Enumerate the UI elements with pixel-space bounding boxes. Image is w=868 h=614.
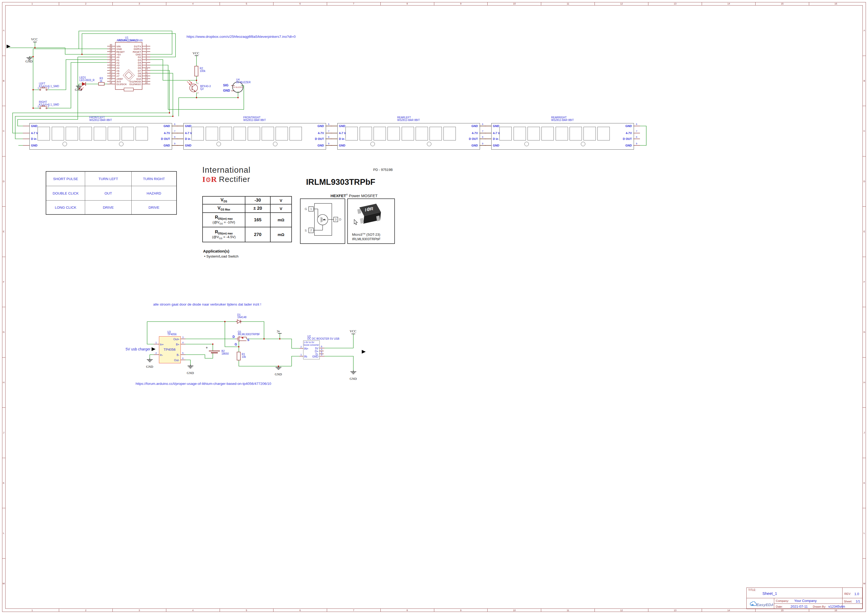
bar-subtitle[interactable]: WS2812-BAR 8BIT [551, 119, 574, 121]
r1-value[interactable]: 10k [242, 355, 246, 358]
usb-charger-label[interactable]: 5V usb charger [126, 347, 151, 351]
mcu-pin-number: 19 [107, 73, 115, 76]
spec-row: RDS(on) max(@VGS = -10V)165mΩ [203, 213, 291, 227]
table-row: DOUBLE CLICKOUTHAZARD [46, 186, 176, 200]
sheet-title[interactable]: Sheet_1 [762, 591, 777, 595]
bar-pin-label: D OUT [302, 137, 324, 140]
table-cell: DRIVE [85, 200, 131, 214]
bar-pin-label: GND [302, 124, 324, 127]
dropbox-link[interactable]: https://www.dropbox.com/s/25hfeozaqg6f8a… [187, 35, 296, 39]
button-right-pin1: 1 [37, 105, 39, 108]
mcu-pin-number: 23 [107, 62, 115, 65]
mounting-hole [370, 142, 375, 146]
r2-value[interactable]: 100k [200, 70, 205, 73]
net-flag-3v[interactable]: 3v [277, 329, 280, 333]
net-flag-vcc-out[interactable]: VCC [350, 329, 356, 333]
q2-phototransistor-symbol [187, 80, 198, 92]
easyeda-schematic-canvas[interactable]: { "urls": { "dropbox": "https://www.drop… [0, 0, 868, 614]
bar-pin-label: GND [185, 144, 191, 147]
bar-pin-label: 4-7V [456, 132, 478, 135]
spec-row: VGS Max± 20V [203, 205, 291, 213]
forum-link[interactable]: https://forum.arduino.cc/t/proper-usage-… [135, 382, 271, 386]
led-cell [79, 127, 92, 140]
bar-subtitle[interactable]: WS2812-BAR 8BIT [397, 119, 420, 121]
mcu-pin-number: 15 [143, 81, 150, 84]
table-row: SHORT PULSETURN LEFTTURN RIGHT [46, 172, 176, 186]
u2-pin-number: 2 [299, 346, 303, 348]
r3-value[interactable]: 1k [100, 79, 103, 82]
table-cell: LONG CLICK [46, 200, 85, 214]
q2-refdes[interactable]: Q2 [200, 87, 204, 90]
bar-pin-number: 7 [480, 130, 485, 133]
resistor-r3 [98, 82, 104, 85]
b2-part[interactable]: 18650 [221, 352, 229, 355]
mcu-pin-number: 11 [143, 71, 150, 73]
company-value[interactable]: Your Company [794, 599, 817, 603]
d1-diode-symbol [237, 320, 241, 323]
bar-pin-label: 4-7V [610, 132, 632, 135]
net-label-gnd[interactable]: GND [223, 89, 230, 92]
bar-pin-label: D in [493, 137, 498, 140]
mcu-pin-name: D12/MISO [117, 83, 141, 85]
mcu-pin-number: 16 [107, 81, 115, 84]
company-label: Company: [776, 599, 789, 602]
mcu-crystal-glyph [124, 88, 134, 91]
net-label-sig[interactable]: SIG [223, 84, 229, 87]
hexfet: HEXFET [330, 194, 346, 198]
buzzer-name[interactable]: 5V BUZZER [236, 81, 250, 84]
net-flag-vcc-2[interactable]: VCC [193, 51, 199, 56]
bar-pin-number: 8 [172, 136, 177, 138]
u3-part[interactable]: TP4056 [167, 333, 177, 336]
bar-subtitle[interactable]: WS2812-BAR 8BIT [89, 119, 112, 121]
bar-pin-label: GND [148, 144, 170, 147]
bar-pin-number: 6 [326, 123, 331, 126]
mounting-hole [216, 142, 221, 146]
bar-subtitle[interactable]: WS2812-BAR 8BIT [243, 119, 266, 121]
bar-pin-label: GND [493, 124, 499, 127]
rev-value[interactable]: 1.0 [854, 592, 859, 596]
mcu-name-2[interactable]: Arduino_Nano_Undo [118, 39, 143, 42]
wire-junction [212, 344, 213, 345]
led-cell [360, 127, 372, 140]
pkg-g-label: G [305, 208, 307, 211]
sheet-value[interactable]: 1/1 [856, 600, 860, 603]
q2-pin1: 1 [197, 82, 198, 85]
buzzer-inner-text: 5V BUZZER [233, 86, 243, 88]
led-cell [248, 127, 260, 140]
led-cell [415, 127, 428, 140]
led-cell [66, 127, 78, 140]
bar-pin-label: 4-7 V [493, 132, 500, 135]
wire-junction [169, 112, 170, 114]
bar-pin-number: 8 [634, 136, 639, 138]
dutch-note[interactable]: alle stroom gaat door de diode naar verb… [153, 302, 261, 306]
wire-junction [33, 108, 34, 109]
u3-pin-number: 4 [181, 341, 185, 344]
q1-g-label: G [235, 343, 237, 346]
net-flag-vcc-1[interactable]: VCC [31, 37, 38, 42]
spec-unit: mΩ [271, 213, 291, 227]
net-flag-gnd-out[interactable]: GND [187, 371, 194, 375]
u3-pin-number: 1 [154, 341, 158, 344]
easyeda-wordmark: EasyEDA [756, 602, 773, 607]
led-cell [52, 127, 64, 140]
bar-pin-label: D OUT [610, 137, 632, 140]
mcu-pin-number: 25 [107, 57, 115, 60]
mcu-pin-number: 24 [107, 60, 115, 62]
led-cell [429, 127, 442, 140]
q1-part[interactable]: IRLML9303TRPBF [238, 333, 260, 336]
net-flag-gnd-vout[interactable]: GND [350, 377, 357, 381]
resistor-r1 [237, 352, 240, 360]
drawn-by-value[interactable]: v12345vtm [828, 605, 845, 608]
net-flag-gnd-1[interactable]: GND [25, 60, 33, 64]
led1-part[interactable]: LED-0603_R [79, 79, 95, 82]
d1-part[interactable]: 1N4148 [237, 316, 246, 319]
net-flag-gnd-mid[interactable]: GND [275, 372, 282, 377]
mounting-hole [119, 142, 123, 146]
date-label: Date: [776, 605, 782, 608]
table-cell: TURN RIGHT [132, 172, 176, 186]
date-value[interactable]: 2021-07-11 [790, 605, 808, 608]
net-flag-gnd-in[interactable]: GND [146, 365, 153, 369]
net-flag-gnd-led[interactable]: GND [75, 88, 82, 92]
button-left-pin2: 2 [48, 87, 49, 89]
u2-name[interactable]: DC DC BOOSTER 5V USB [307, 337, 339, 340]
